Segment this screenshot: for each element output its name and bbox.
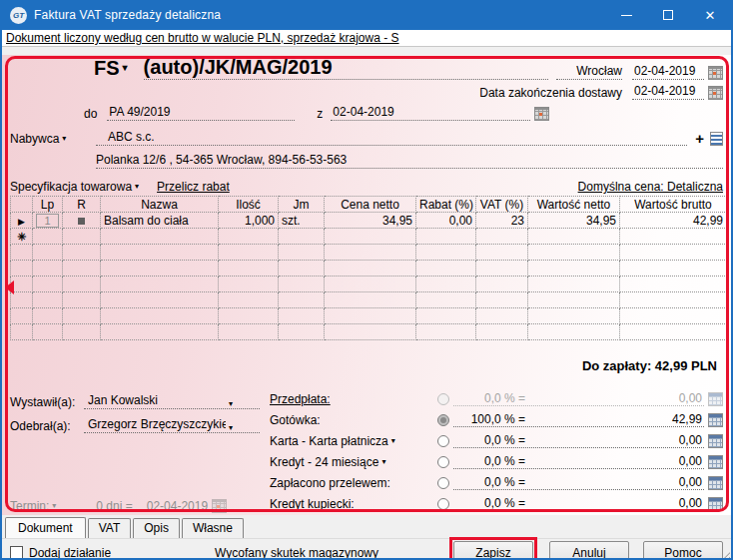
- amount-field[interactable]: 0,00: [525, 454, 704, 468]
- prepayment-link[interactable]: Przedpłata:: [270, 392, 331, 406]
- recalc-discount-link[interactable]: Przelicz rabat: [157, 180, 230, 194]
- calendar-icon[interactable]: [708, 86, 723, 100]
- col-header-nazwa[interactable]: Nazwa: [101, 197, 219, 213]
- percent-field[interactable]: 0,0 % =: [453, 475, 525, 489]
- specification-dropdown[interactable]: Specyfikacja towarowa▾: [10, 180, 139, 194]
- buyer-row: Nabywca▾ ABC s.c. +: [10, 130, 723, 146]
- cancel-button[interactable]: Anuluj: [549, 541, 629, 560]
- tab-dokument[interactable]: Dokument: [5, 517, 86, 539]
- percent-field[interactable]: 0,0 % =: [453, 433, 525, 447]
- maximize-button[interactable]: [647, 0, 689, 30]
- issued-by-dropdown[interactable]: Jan Kowalski ▾: [84, 393, 260, 409]
- transfer-label: Zapłacono przelewem:: [270, 476, 437, 490]
- term-days: 0 dni =: [96, 499, 132, 513]
- new-row[interactable]: ✳: [11, 229, 727, 245]
- buyer-dropdown[interactable]: Nabywca▾: [10, 132, 96, 146]
- radio-kredyt[interactable]: [437, 456, 449, 468]
- help-button[interactable]: Pomoc: [643, 541, 723, 560]
- gross-value-cell[interactable]: 42,99: [620, 213, 727, 229]
- calculator-icon[interactable]: [708, 455, 723, 469]
- percent-field[interactable]: 100,0 % =: [453, 412, 525, 426]
- tab-vat[interactable]: VAT: [88, 518, 132, 538]
- unit-cell[interactable]: szt.: [279, 213, 325, 229]
- cash-label: Gotówka:: [270, 413, 437, 427]
- vat-cell[interactable]: 23: [476, 213, 528, 229]
- calculator-icon[interactable]: [708, 413, 723, 427]
- new-row-icon: ✳: [17, 231, 26, 243]
- col-header-rabat[interactable]: Rabat (%): [416, 197, 476, 213]
- minimize-button[interactable]: [605, 0, 647, 30]
- signatures-column: Wystawił(a): Jan Kowalski ▾ Odebrał(a): …: [10, 385, 260, 513]
- term-date-field[interactable]: 02-04-2019: [147, 499, 208, 513]
- document-header-row: FS▾ (auto)/JK/MAG/2019 Wrocław 02-04-201…: [10, 55, 723, 80]
- net-price-cell[interactable]: 34,95: [325, 213, 416, 229]
- payment-row-kredyt: Kredyt - 24 miesiące▾ 0,0 % =0,00: [270, 448, 723, 469]
- amount-field[interactable]: 0,00: [525, 475, 704, 489]
- tab-wlasne[interactable]: Własne: [182, 518, 244, 538]
- net-value-cell[interactable]: 34,95: [528, 213, 620, 229]
- empty-row: [11, 292, 727, 308]
- calculator-icon[interactable]: [708, 434, 723, 448]
- default-price-link[interactable]: Domyślna cena: Detaliczna: [578, 180, 723, 194]
- col-header-ilosc[interactable]: Ilość: [219, 197, 279, 213]
- document-settings-link[interactable]: Dokument liczony według cen brutto w wal…: [6, 31, 399, 45]
- source-doc-field[interactable]: PA 49/2019: [107, 105, 295, 121]
- col-header-jm[interactable]: Jm: [279, 197, 325, 213]
- col-header-r[interactable]: R: [63, 197, 101, 213]
- source-date-field[interactable]: 02-04-2019: [331, 105, 530, 121]
- col-header-cena-netto[interactable]: Cena netto: [325, 197, 416, 213]
- payment-row-przelew: Zapłacono przelewem: 0,0 % =0,00: [270, 469, 723, 490]
- lp-cell: 1: [36, 214, 58, 228]
- buyer-address-field[interactable]: Polanka 12/6 , 54-365 Wrocław, 894-56-53…: [96, 153, 723, 169]
- received-by-dropdown[interactable]: Grzegorz Brzęczyszczykiewicz ▾: [84, 417, 260, 433]
- quantity-cell[interactable]: 1,000: [219, 213, 279, 229]
- reservation-icon: [78, 218, 85, 225]
- table-header-row: Lp R Nazwa Ilość Jm Cena netto Rabat (%)…: [11, 197, 727, 213]
- save-button-annotation: Zapisz: [449, 537, 537, 560]
- close-icon: ✕: [705, 9, 716, 22]
- col-header-wartosc-netto[interactable]: Wartość netto: [528, 197, 620, 213]
- credit-dropdown[interactable]: Kredyt - 24 miesiące▾: [270, 455, 437, 469]
- calendar-icon[interactable]: [708, 66, 723, 80]
- calendar-icon[interactable]: [534, 107, 549, 121]
- amount-field[interactable]: 42,99: [525, 412, 704, 426]
- issue-date-field[interactable]: 02-04-2019: [632, 63, 704, 80]
- calculator-icon[interactable]: [708, 497, 723, 511]
- close-button[interactable]: ✕: [689, 0, 731, 30]
- doc-type-dropdown[interactable]: FS▾: [94, 57, 128, 80]
- col-header-vat[interactable]: VAT (%): [476, 197, 528, 213]
- buyer-label: Nabywca: [10, 132, 59, 146]
- percent-field[interactable]: 0,0 % =: [453, 496, 525, 510]
- term-dropdown[interactable]: Termin:▾: [10, 499, 56, 513]
- name-cell[interactable]: Balsam do ciała: [101, 213, 219, 229]
- save-button[interactable]: Zapisz: [453, 541, 533, 560]
- title-bar: GT Faktura VAT sprzedaży detaliczna ✕: [2, 0, 731, 30]
- buyer-list-icon[interactable]: [710, 132, 723, 146]
- doc-number-field[interactable]: (auto)/JK/MAG/2019: [144, 55, 548, 80]
- add-action-checkbox[interactable]: [10, 546, 23, 559]
- radio-karta[interactable]: [437, 435, 449, 447]
- table-row[interactable]: ▶ 1 Balsam do ciała 1,000 szt. 34,95 0,0…: [11, 213, 727, 229]
- maximize-icon: [663, 10, 673, 20]
- status-text: Wycofany skutek magazynowy: [215, 546, 378, 560]
- buyer-name-field[interactable]: ABC s.c.: [96, 130, 687, 146]
- col-header-lp[interactable]: Lp: [33, 197, 63, 213]
- radio-gotowka[interactable]: [437, 414, 449, 426]
- percent-field[interactable]: 0,0 % =: [453, 454, 525, 468]
- empty-row: [11, 261, 727, 277]
- tab-opis[interactable]: Opis: [133, 518, 180, 538]
- card-label: Karta - Karta płatnicza: [270, 434, 388, 448]
- col-header-wartosc-brutto[interactable]: Wartość brutto: [620, 197, 727, 213]
- amount-field[interactable]: 0,00: [525, 433, 704, 447]
- city-field[interactable]: Wrocław: [556, 63, 622, 80]
- radio-przelew[interactable]: [437, 477, 449, 489]
- calculator-icon[interactable]: [708, 476, 723, 490]
- card-dropdown[interactable]: Karta - Karta płatnicza▾: [270, 434, 437, 448]
- invoice-dialog: GT Faktura VAT sprzedaży detaliczna ✕ Do…: [0, 0, 733, 560]
- discount-cell[interactable]: 0,00: [416, 213, 476, 229]
- delivery-end-date-field[interactable]: 02-04-2019: [632, 83, 704, 100]
- current-row-icon: ▶: [18, 217, 25, 227]
- add-buyer-icon[interactable]: +: [695, 132, 704, 146]
- radio-kredyt-kupiecki[interactable]: [437, 498, 449, 510]
- amount-field[interactable]: 0,00: [525, 496, 704, 510]
